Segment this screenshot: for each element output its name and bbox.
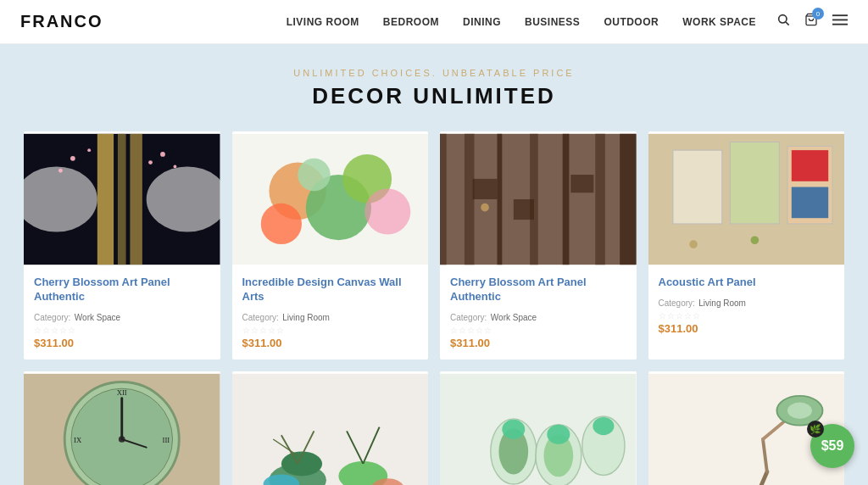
product-price-p4: $311.00: [659, 322, 835, 335]
category-label: Category:: [450, 313, 487, 322]
product-image-p1: [24, 131, 220, 267]
product-image-p4: [648, 131, 845, 267]
product-image-p6: [232, 371, 429, 485]
nav-item-outdoor[interactable]: OUTDOOR: [604, 16, 659, 28]
product-info-p3: Cherry Blossom Art Panel Authentic Categ…: [440, 267, 637, 360]
svg-point-43: [689, 240, 698, 248]
nav-item-bedroom[interactable]: BEDROOM: [383, 16, 439, 28]
svg-text:IX: IX: [74, 436, 82, 444]
svg-point-13: [87, 148, 91, 152]
svg-point-17: [148, 160, 153, 164]
svg-text:XII: XII: [117, 388, 127, 397]
product-category-p2: Living Room: [282, 313, 330, 322]
product-title-p2[interactable]: Incredible Design Canvas Wall Arts: [242, 276, 419, 304]
svg-point-12: [70, 156, 75, 161]
product-price-p1: $311.00: [34, 337, 210, 349]
svg-point-14: [58, 169, 63, 173]
category-label: Category:: [34, 313, 70, 322]
svg-rect-7: [97, 134, 114, 265]
svg-point-24: [364, 188, 410, 234]
product-info-p4: Acoustic Art Panel Category: Living Room…: [648, 267, 845, 345]
product-image-p7: [440, 371, 637, 485]
svg-rect-31: [595, 134, 605, 265]
svg-point-72: [547, 424, 570, 443]
search-button[interactable]: [776, 13, 790, 31]
product-category-p1: Work Space: [75, 313, 120, 322]
product-image-p2: [232, 131, 429, 267]
svg-point-0: [779, 15, 787, 23]
hero-subtitle: UNLIMITED CHOICES. UNBEATABLE PRICE: [0, 68, 868, 78]
nav-item-dining[interactable]: DINING: [463, 16, 501, 28]
product-stars-p2: ☆☆☆☆☆: [242, 326, 419, 335]
product-price-p2: $311.00: [242, 337, 419, 349]
svg-text:III: III: [163, 436, 170, 444]
hero-title: DECOR UNLIMITED: [0, 83, 868, 109]
product-image-p3: [440, 131, 637, 267]
nav-item-business[interactable]: BUSINESS: [525, 16, 580, 28]
product-info-p1: Cherry Blossom Art Panel Authentic Categ…: [24, 267, 220, 360]
svg-line-1: [786, 22, 789, 25]
svg-rect-35: [570, 175, 593, 192]
product-card-p5[interactable]: XII III VI IX Bistro Blue Green Gallery …: [24, 371, 220, 485]
floating-price: $59: [821, 438, 844, 454]
product-card-p3[interactable]: Cherry Blossom Art Panel Authentic Categ…: [440, 131, 637, 360]
svg-rect-3: [832, 14, 848, 16]
category-label: Category:: [659, 298, 695, 308]
product-category-p4: Living Room: [698, 298, 746, 308]
product-card-p4[interactable]: Acoustic Art Panel Category: Living Room…: [648, 131, 845, 360]
svg-rect-42: [791, 187, 827, 219]
leaf-icon: 🌿: [807, 421, 824, 438]
svg-point-16: [174, 164, 177, 168]
product-price-p3: $311.00: [450, 337, 626, 349]
svg-rect-33: [473, 179, 498, 199]
product-title-p4[interactable]: Acoustic Art Panel: [659, 276, 835, 290]
nav-item-workspace[interactable]: WORK SPACE: [682, 16, 756, 28]
svg-rect-26: [440, 134, 447, 265]
hero-section: UNLIMITED CHOICES. UNBEATABLE PRICE DECO…: [0, 44, 868, 123]
svg-rect-38: [672, 150, 721, 224]
site-logo[interactable]: FRANCO: [20, 12, 103, 31]
svg-point-69: [502, 420, 525, 439]
product-title-p3[interactable]: Cherry Blossom Art Panel Authentic: [450, 276, 626, 304]
svg-rect-32: [620, 134, 636, 265]
floating-promo-button[interactable]: 🌿 $59: [810, 424, 854, 468]
product-info-p2: Incredible Design Canvas Wall Arts Categ…: [232, 267, 429, 360]
svg-rect-41: [791, 150, 827, 181]
svg-point-22: [260, 203, 301, 244]
svg-point-74: [593, 417, 614, 435]
product-stars-p4: ☆☆☆☆☆: [659, 311, 835, 321]
svg-point-80: [787, 402, 811, 418]
category-label: Category:: [242, 313, 279, 322]
svg-rect-55: [232, 374, 429, 485]
svg-point-36: [481, 203, 489, 212]
menu-button[interactable]: [832, 13, 848, 31]
svg-rect-5: [832, 24, 848, 25]
svg-point-44: [750, 236, 759, 244]
product-card-p7[interactable]: Desk Decor Category: Work Space ☆☆☆☆☆ $3…: [440, 371, 637, 485]
product-image-p5: XII III VI IX: [24, 371, 220, 485]
product-grid: Cherry Blossom Art Panel Authentic Categ…: [0, 123, 868, 485]
svg-rect-30: [563, 134, 570, 265]
svg-point-15: [160, 152, 165, 157]
svg-rect-34: [514, 199, 534, 220]
svg-rect-8: [118, 134, 126, 265]
product-title-p1[interactable]: Cherry Blossom Art Panel Authentic: [34, 276, 210, 304]
main-nav: LIVING ROOMBEDROOMDININGBUSINESSOUTDOORW…: [287, 16, 756, 28]
svg-rect-9: [130, 134, 142, 265]
product-card-p1[interactable]: Cherry Blossom Art Panel Authentic Categ…: [24, 131, 220, 360]
product-stars-p3: ☆☆☆☆☆: [450, 326, 626, 335]
cart-button[interactable]: 0: [804, 13, 819, 31]
svg-rect-39: [730, 142, 779, 223]
site-header: FRANCO LIVING ROOMBEDROOMDININGBUSINESSO…: [0, 0, 868, 44]
nav-item-living-room[interactable]: LIVING ROOM: [287, 16, 359, 28]
product-card-p2[interactable]: Incredible Design Canvas Wall Arts Categ…: [232, 131, 429, 360]
svg-point-23: [298, 159, 331, 192]
header-icons: 0: [776, 13, 848, 31]
product-card-p6[interactable]: Tiny Plants Category: Dining Room ☆☆☆☆☆ …: [232, 371, 429, 485]
cart-badge: 0: [812, 8, 824, 20]
svg-rect-28: [498, 134, 503, 265]
product-stars-p1: ☆☆☆☆☆: [34, 326, 210, 335]
product-category-p3: Work Space: [491, 313, 537, 322]
svg-rect-4: [832, 20, 848, 21]
